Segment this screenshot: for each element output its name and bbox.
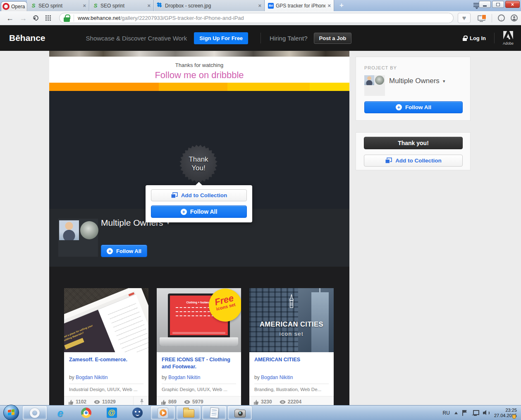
windows-taskbar: e @ RU 23:25 27.04.2015 bbox=[0, 405, 521, 420]
notepad-taskbar-button[interactable] bbox=[202, 406, 226, 420]
add-to-collection-button[interactable]: Add to Collection bbox=[151, 189, 247, 201]
tab-close-icon[interactable]: × bbox=[147, 3, 151, 8]
sidebar-owners-dropdown[interactable]: Multiple Owners ▾ bbox=[389, 77, 445, 85]
tab-close-icon[interactable]: × bbox=[258, 3, 261, 8]
views-icon bbox=[184, 400, 190, 404]
project-thumbnail[interactable]: AMERICAN CITIES icon set bbox=[249, 288, 334, 352]
speed-dial-icon[interactable] bbox=[45, 15, 51, 21]
owner-avatar-circle[interactable] bbox=[80, 221, 98, 239]
window-close-button[interactable]: × bbox=[505, 1, 520, 8]
page-content: Thanks for watching Follow me on dribbbl… bbox=[0, 51, 521, 405]
show-hidden-icons-button[interactable] bbox=[454, 410, 458, 414]
project-thumbnail[interactable]: Clothing + footwear Free icons set bbox=[157, 288, 241, 352]
shield-icon bbox=[512, 415, 516, 419]
window-minimize-button[interactable] bbox=[479, 1, 491, 8]
views-count: 22204 bbox=[288, 399, 301, 405]
dropbox-favicon bbox=[157, 3, 163, 9]
camera-taskbar-button[interactable] bbox=[228, 406, 252, 420]
lock-icon bbox=[463, 36, 467, 41]
author-link[interactable]: Bogdan Nikitin bbox=[261, 375, 293, 380]
owner-avatar-photo[interactable] bbox=[59, 220, 79, 240]
post-a-job-button[interactable]: Post a Job bbox=[314, 33, 352, 44]
reload-button[interactable] bbox=[32, 14, 39, 21]
ssl-lock-icon[interactable] bbox=[64, 14, 70, 22]
action-popup: Add to Collection + Follow All bbox=[146, 185, 252, 222]
sign-up-button[interactable]: Sign Up For Free bbox=[194, 32, 248, 44]
media-player-taskbar-button[interactable] bbox=[151, 406, 175, 420]
chrome-taskbar-button[interactable] bbox=[74, 406, 98, 420]
hiring-talent-link[interactable]: Hiring Talent? bbox=[270, 35, 307, 42]
tab-close-icon[interactable]: × bbox=[83, 3, 86, 8]
explorer-taskbar-button[interactable] bbox=[177, 406, 201, 420]
owners-follow-all-button[interactable]: + Follow All bbox=[101, 245, 147, 257]
views-count: 11029 bbox=[102, 399, 116, 405]
time: 23:25 bbox=[494, 408, 517, 413]
network-icon[interactable] bbox=[472, 410, 478, 416]
project-column: Thanks for watching Follow me on dribbbl… bbox=[49, 51, 349, 405]
behance-favicon: Bē bbox=[268, 3, 274, 9]
volume-icon[interactable] bbox=[483, 410, 490, 415]
project-title-link[interactable]: AMERICAN CITIES bbox=[254, 356, 329, 374]
media-player-icon bbox=[158, 408, 168, 418]
behance-logo[interactable]: Bēhance bbox=[9, 33, 45, 43]
tab-title: SEO sprint bbox=[100, 3, 145, 9]
tab-close-icon[interactable]: × bbox=[327, 3, 331, 8]
log-in-button[interactable]: Log In bbox=[463, 35, 486, 41]
url-text[interactable]: www.behance.net/gallery/22207933/GPS-tra… bbox=[78, 15, 244, 21]
thanks-section: Thanks for watching Follow me on dribbbl… bbox=[49, 57, 349, 83]
seo-sprint-favicon: S bbox=[93, 3, 98, 9]
account-button[interactable] bbox=[511, 14, 518, 21]
project-title-link[interactable]: FREE ICONS SET - Clothing and Footwear. bbox=[162, 356, 236, 374]
screenshot-share-icon[interactable] bbox=[478, 15, 485, 21]
thank-you-button[interactable]: Thank you! bbox=[364, 137, 463, 149]
likes-count: 869 bbox=[168, 399, 177, 405]
bookmark-heart-button[interactable]: ♥ bbox=[458, 13, 471, 23]
author-link[interactable]: Bogdan Nikitin bbox=[76, 375, 108, 380]
project-thumbnail[interactable]: Need a place for selling your Building M… bbox=[64, 288, 148, 352]
opera-menu-button[interactable]: Opera bbox=[1, 1, 27, 11]
address-divider bbox=[74, 14, 74, 21]
sidebar-add-to-collection-button[interactable]: Add to Collection bbox=[364, 155, 463, 167]
action-center-flag-icon[interactable] bbox=[462, 410, 467, 416]
header-divider bbox=[260, 33, 261, 43]
project-card-american-cities: AMERICAN CITIES icon set AMERICAN CITIES… bbox=[249, 288, 334, 405]
tab-dropbox[interactable]: Dropbox - screen.jpg × bbox=[154, 0, 265, 11]
downloads-button[interactable]: ↓ bbox=[498, 14, 505, 21]
internet-explorer-taskbar-button[interactable]: e bbox=[48, 406, 72, 420]
plus-circle-icon: + bbox=[107, 248, 113, 254]
tab-seo-sprint-1[interactable]: S SEO sprint × bbox=[27, 0, 89, 11]
icq-taskbar-button[interactable] bbox=[125, 406, 149, 420]
owner-avatar-circle[interactable] bbox=[375, 76, 384, 85]
follow-all-button[interactable]: + Follow All bbox=[151, 205, 247, 218]
tab-title: SEO sprint bbox=[38, 3, 81, 9]
new-tab-button[interactable]: + bbox=[337, 1, 346, 10]
tab-seo-sprint-2[interactable]: S SEO sprint × bbox=[89, 0, 154, 11]
creative-fields: Graphic Design, UI/UX, Web ... bbox=[162, 387, 236, 392]
likes-icon bbox=[253, 399, 259, 405]
start-button[interactable] bbox=[3, 405, 19, 420]
dribbble-link[interactable]: Follow me on dribbble bbox=[155, 70, 244, 81]
address-bar[interactable]: www.behance.net/gallery/22207933/GPS-tra… bbox=[59, 13, 454, 23]
internet-explorer-icon: e bbox=[57, 408, 63, 418]
language-indicator[interactable]: RU bbox=[443, 410, 450, 416]
project-stats: 1102 11029 bbox=[64, 396, 148, 405]
folder-icon bbox=[183, 409, 194, 418]
icq-icon bbox=[132, 408, 143, 418]
tab-title: Dropbox - screen.jpg bbox=[165, 3, 256, 9]
back-button[interactable]: ← bbox=[6, 14, 14, 22]
author-link[interactable]: Bogdan Nikitin bbox=[168, 375, 200, 380]
sidebar-follow-all-button[interactable]: + Follow All bbox=[364, 101, 463, 113]
owner-avatar-photo[interactable] bbox=[364, 75, 374, 85]
mailru-taskbar-button[interactable]: @ bbox=[100, 406, 124, 420]
window-maximize-button[interactable] bbox=[492, 1, 504, 8]
forward-button[interactable]: → bbox=[19, 14, 27, 22]
pin-icon[interactable] bbox=[136, 399, 144, 405]
heart-icon: ♥ bbox=[462, 15, 466, 21]
creative-fields: Industrial Design, UI/UX, Web ... bbox=[69, 387, 143, 392]
browser-tab-bar: Opera S SEO sprint × S SEO sprint × Drop… bbox=[0, 0, 521, 11]
adobe-label: Adobe bbox=[503, 41, 514, 45]
project-title-link[interactable]: Zamesoff. E-commerce. bbox=[69, 356, 143, 374]
tab-behance-active[interactable]: Bē GPS tracker for iPhone and × bbox=[265, 0, 334, 11]
opera-menu-label: Opera bbox=[11, 4, 25, 10]
opera-taskbar-button[interactable] bbox=[23, 406, 47, 420]
